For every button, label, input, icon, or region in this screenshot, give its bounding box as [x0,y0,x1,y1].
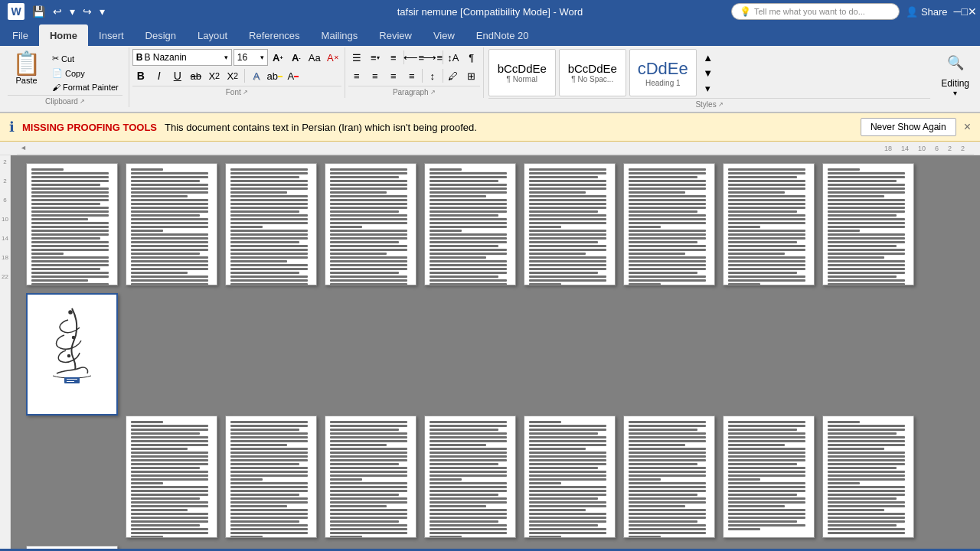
tab-insert[interactable]: Insert [88,24,135,46]
font-expand[interactable]: ↗ [243,89,248,96]
clipboard-expand[interactable]: ↗ [80,98,85,105]
format-painter-button[interactable]: 🖌 Format Painter [48,81,122,93]
notification-message: This document contains text in Persian (… [165,122,853,133]
tab-endnote[interactable]: EndNote 20 [466,24,540,46]
undo-button[interactable]: ↩ [50,4,65,19]
font-name-dropdown-arrow[interactable]: ▾ [224,54,228,61]
tab-home[interactable]: Home [39,24,88,46]
page-thumb-3[interactable] [225,163,317,285]
redo-button[interactable]: ↪ [80,4,95,19]
clear-formatting-button[interactable]: A✕ [325,49,341,66]
strikethrough-button[interactable]: ab [188,67,204,84]
align-right-button[interactable]: ≡ [385,67,402,84]
format-painter-icon: 🖌 [52,83,60,92]
minimize-button[interactable]: ─ [954,0,962,23]
line-spacing-button[interactable]: ↕ [424,67,441,84]
tab-file[interactable]: File [2,24,39,46]
page-thumb-15[interactable] [524,416,616,538]
shading-button[interactable]: 🖊 [445,67,462,84]
never-show-button[interactable]: Never Show Again [861,118,956,136]
tab-view[interactable]: View [423,24,466,46]
page-thumb-10[interactable] [26,293,118,416]
styles-scroll-up[interactable]: ▲ [700,51,717,64]
share-button[interactable]: 👤 Share [900,3,954,21]
cut-button[interactable]: ✂ Cut [48,52,122,65]
tab-references[interactable]: References [238,24,310,46]
page-thumb-11[interactable] [126,416,217,538]
save-button[interactable]: 💾 [29,4,48,19]
paste-button[interactable]: 📋 Paste [8,49,45,86]
page-thumb-19[interactable] [26,546,118,549]
text-highlight-button[interactable]: ab▬ [266,67,283,84]
style-heading1[interactable]: cDdEe Heading 1 [629,49,697,96]
page-thumb-12[interactable] [225,416,317,538]
close-button[interactable]: ✕ [968,0,977,23]
tab-mailings[interactable]: Mailings [311,24,369,46]
italic-button[interactable]: I [151,67,168,84]
borders-button[interactable]: ⊞ [463,67,480,84]
align-center-button[interactable]: ≡ [367,67,384,84]
text-effects-button[interactable]: A [248,67,265,84]
font-label: Font ↗ [132,86,341,96]
styles-expand[interactable]: ▾ [700,81,717,95]
decrease-font-button[interactable]: A- [288,49,305,66]
lightbulb-icon: 💡 [740,6,751,17]
font-color-button[interactable]: A▬ [285,67,302,84]
style-nospace[interactable]: bCcDdEe ¶ No Spac... [559,49,626,96]
page-thumb-6[interactable] [524,163,616,285]
clipboard-label: Clipboard ↗ [8,95,122,106]
tab-review[interactable]: Review [368,24,423,46]
ruler-numbers: 18 14 10 6 2 2 [884,145,965,152]
page-thumb-1[interactable] [26,163,118,285]
page-thumb-5[interactable] [424,163,516,285]
sort-button[interactable]: ↕A [445,49,462,66]
page-thumb-9[interactable] [822,163,914,285]
numbering-button[interactable]: ≡▾ [367,49,384,66]
tab-design[interactable]: Design [135,24,187,46]
undo-dropdown[interactable]: ▾ [67,4,78,19]
underline-button[interactable]: U [169,67,186,84]
decrease-indent-button[interactable]: ⟵≡ [406,49,423,66]
page-thumb-16[interactable] [623,416,715,538]
styles-scroll-down[interactable]: ▼ [700,66,717,80]
styles-expand-btn[interactable]: ↗ [718,101,724,108]
customize-qat[interactable]: ▾ [96,4,108,19]
paragraph-label: Paragraph ↗ [348,86,480,96]
font-group: B B Nazanin ▾ 16 ▾ A+ A- Aa A✕ B I U ab … [129,47,345,98]
page-thumb-2[interactable] [126,163,217,285]
para-row-2: ≡ ≡ ≡ ≡ ↕ 🖊 ⊞ [348,67,480,84]
subscript-button[interactable]: X2 [206,67,223,84]
paragraph-expand[interactable]: ↗ [430,89,436,96]
bold-button[interactable]: B [132,67,149,84]
page-thumb-13[interactable] [325,416,416,538]
increase-font-button[interactable]: A+ [270,49,286,66]
svg-point-2 [68,355,70,357]
page-thumb-18[interactable] [822,416,914,538]
page-thumb-4[interactable] [325,163,416,285]
justify-button[interactable]: ≡ [403,67,420,84]
notification-bar: ℹ MISSING PROOFING TOOLS This document c… [0,113,980,142]
editing-button[interactable]: Editing ▾ [941,78,969,97]
close-notification-button[interactable]: × [964,120,971,134]
multilevel-button[interactable]: ≡ [385,49,402,66]
search-button[interactable]: 🔍 [943,51,968,75]
page-thumb-17[interactable] [723,416,815,538]
show-marks-button[interactable]: ¶ [463,49,480,66]
page-thumb-14[interactable] [424,416,516,538]
tell-me-input[interactable]: 💡 Tell me what you want to do... [731,3,900,20]
increase-indent-button[interactable]: ⟶≡ [424,49,441,66]
style-normal[interactable]: bCcDdEe ¶ Normal [488,49,556,96]
font-size-dropdown-arrow[interactable]: ▾ [260,54,264,61]
align-left-button[interactable]: ≡ [348,67,365,84]
bullets-button[interactable]: ☰ [348,49,365,66]
calligraphy-svg [41,301,103,385]
superscript-button[interactable]: X2 [224,67,241,84]
maximize-button[interactable]: □ [962,0,968,23]
font-name-selector[interactable]: B B Nazanin ▾ [132,49,232,66]
change-case-button[interactable]: Aa [306,49,323,66]
font-size-selector[interactable]: 16 ▾ [234,49,268,66]
tab-layout[interactable]: Layout [187,24,238,46]
page-thumb-7[interactable] [623,163,715,285]
page-thumb-8[interactable] [723,163,815,285]
copy-button[interactable]: 📄 Copy [48,67,122,80]
